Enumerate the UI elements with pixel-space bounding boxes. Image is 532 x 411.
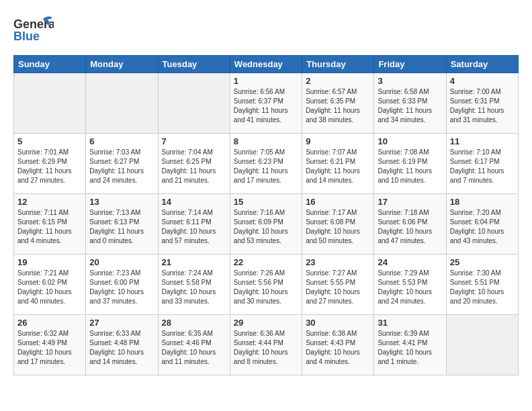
cell-info: Sunrise: 6:57 AM Sunset: 6:35 PM Dayligh…	[306, 87, 370, 125]
day-number: 15	[234, 197, 298, 207]
page-header: General Blue	[13, 13, 519, 50]
day-number: 28	[162, 318, 226, 328]
day-number: 18	[450, 197, 515, 207]
cell-info: Sunrise: 7:24 AM Sunset: 5:58 PM Dayligh…	[162, 269, 226, 306]
calendar-cell: 12Sunrise: 7:11 AM Sunset: 6:15 PM Dayli…	[14, 194, 86, 255]
day-number: 1	[234, 76, 298, 86]
day-number: 8	[234, 136, 298, 146]
cell-info: Sunrise: 7:23 AM Sunset: 6:00 PM Dayligh…	[89, 269, 154, 306]
day-number: 7	[162, 136, 226, 146]
day-number: 24	[378, 257, 442, 267]
weekday-header-thursday: Thursday	[302, 56, 374, 73]
cell-info: Sunrise: 7:30 AM Sunset: 5:51 PM Dayligh…	[450, 269, 515, 306]
calendar-cell: 2Sunrise: 6:57 AM Sunset: 6:35 PM Daylig…	[302, 73, 374, 134]
cell-info: Sunrise: 6:39 AM Sunset: 4:41 PM Dayligh…	[378, 329, 442, 367]
day-number: 9	[306, 136, 370, 146]
day-number: 12	[17, 197, 82, 207]
calendar-cell: 18Sunrise: 7:20 AM Sunset: 6:04 PM Dayli…	[446, 194, 518, 255]
day-number: 6	[89, 136, 154, 146]
calendar-cell: 19Sunrise: 7:21 AM Sunset: 6:02 PM Dayli…	[14, 255, 86, 315]
calendar-cell: 20Sunrise: 7:23 AM Sunset: 6:00 PM Dayli…	[86, 255, 158, 315]
calendar-cell	[158, 73, 230, 134]
cell-info: Sunrise: 6:33 AM Sunset: 4:48 PM Dayligh…	[89, 329, 154, 367]
cell-info: Sunrise: 7:10 AM Sunset: 6:17 PM Dayligh…	[450, 148, 515, 185]
cell-info: Sunrise: 7:01 AM Sunset: 6:29 PM Dayligh…	[17, 148, 82, 185]
calendar-cell: 26Sunrise: 6:32 AM Sunset: 4:49 PM Dayli…	[14, 315, 86, 375]
calendar-cell: 1Sunrise: 6:56 AM Sunset: 6:37 PM Daylig…	[230, 73, 302, 134]
calendar-cell: 6Sunrise: 7:03 AM Sunset: 6:27 PM Daylig…	[86, 134, 158, 194]
cell-info: Sunrise: 7:07 AM Sunset: 6:21 PM Dayligh…	[306, 148, 370, 185]
cell-info: Sunrise: 7:20 AM Sunset: 6:04 PM Dayligh…	[450, 208, 515, 246]
cell-info: Sunrise: 7:05 AM Sunset: 6:23 PM Dayligh…	[234, 148, 298, 185]
cell-info: Sunrise: 7:04 AM Sunset: 6:25 PM Dayligh…	[162, 148, 226, 185]
calendar-cell: 8Sunrise: 7:05 AM Sunset: 6:23 PM Daylig…	[230, 134, 302, 194]
day-number: 19	[17, 257, 82, 267]
calendar-cell: 25Sunrise: 7:30 AM Sunset: 5:51 PM Dayli…	[446, 255, 518, 315]
calendar-cell: 23Sunrise: 7:27 AM Sunset: 5:55 PM Dayli…	[302, 255, 374, 315]
calendar-cell: 17Sunrise: 7:18 AM Sunset: 6:06 PM Dayli…	[374, 194, 446, 255]
calendar-cell: 21Sunrise: 7:24 AM Sunset: 5:58 PM Dayli…	[158, 255, 230, 315]
day-number: 16	[306, 197, 370, 207]
calendar-cell: 4Sunrise: 7:00 AM Sunset: 6:31 PM Daylig…	[446, 73, 518, 134]
calendar-cell: 13Sunrise: 7:13 AM Sunset: 6:13 PM Dayli…	[86, 194, 158, 255]
cell-info: Sunrise: 7:29 AM Sunset: 5:53 PM Dayligh…	[378, 269, 442, 306]
weekday-header-sunday: Sunday	[14, 56, 86, 73]
cell-info: Sunrise: 7:08 AM Sunset: 6:19 PM Dayligh…	[378, 148, 442, 185]
cell-info: Sunrise: 6:35 AM Sunset: 4:46 PM Dayligh…	[162, 329, 226, 367]
cell-info: Sunrise: 7:00 AM Sunset: 6:31 PM Dayligh…	[450, 87, 515, 125]
day-number: 20	[89, 257, 154, 267]
weekday-header-friday: Friday	[374, 56, 446, 73]
cell-info: Sunrise: 7:18 AM Sunset: 6:06 PM Dayligh…	[378, 208, 442, 246]
calendar-cell: 14Sunrise: 7:14 AM Sunset: 6:11 PM Dayli…	[158, 194, 230, 255]
calendar-cell: 27Sunrise: 6:33 AM Sunset: 4:48 PM Dayli…	[86, 315, 158, 375]
weekday-header-tuesday: Tuesday	[158, 56, 230, 73]
calendar-cell: 10Sunrise: 7:08 AM Sunset: 6:19 PM Dayli…	[374, 134, 446, 194]
weekday-header-wednesday: Wednesday	[230, 56, 302, 73]
day-number: 10	[378, 136, 442, 146]
cell-info: Sunrise: 6:58 AM Sunset: 6:33 PM Dayligh…	[378, 87, 442, 125]
day-number: 5	[17, 136, 82, 146]
cell-info: Sunrise: 7:17 AM Sunset: 6:08 PM Dayligh…	[306, 208, 370, 246]
day-number: 3	[378, 76, 442, 86]
calendar-cell: 5Sunrise: 7:01 AM Sunset: 6:29 PM Daylig…	[14, 134, 86, 194]
calendar-cell: 16Sunrise: 7:17 AM Sunset: 6:08 PM Dayli…	[302, 194, 374, 255]
cell-info: Sunrise: 7:21 AM Sunset: 6:02 PM Dayligh…	[17, 269, 82, 306]
logo-icon: General Blue	[13, 13, 54, 50]
day-number: 29	[234, 318, 298, 328]
calendar-cell: 28Sunrise: 6:35 AM Sunset: 4:46 PM Dayli…	[158, 315, 230, 375]
calendar-cell: 22Sunrise: 7:26 AM Sunset: 5:56 PM Dayli…	[230, 255, 302, 315]
day-number: 4	[450, 76, 515, 86]
day-number: 13	[89, 197, 154, 207]
cell-info: Sunrise: 7:26 AM Sunset: 5:56 PM Dayligh…	[234, 269, 298, 306]
day-number: 26	[17, 318, 82, 328]
logo: General Blue	[13, 13, 54, 50]
day-number: 21	[162, 257, 226, 267]
calendar-cell: 24Sunrise: 7:29 AM Sunset: 5:53 PM Dayli…	[374, 255, 446, 315]
cell-info: Sunrise: 6:32 AM Sunset: 4:49 PM Dayligh…	[17, 329, 82, 367]
day-number: 31	[378, 318, 442, 328]
day-number: 23	[306, 257, 370, 267]
cell-info: Sunrise: 7:13 AM Sunset: 6:13 PM Dayligh…	[89, 208, 154, 246]
svg-text:Blue: Blue	[13, 30, 40, 43]
day-number: 22	[234, 257, 298, 267]
calendar-cell: 7Sunrise: 7:04 AM Sunset: 6:25 PM Daylig…	[158, 134, 230, 194]
calendar-cell: 3Sunrise: 6:58 AM Sunset: 6:33 PM Daylig…	[374, 73, 446, 134]
day-number: 30	[306, 318, 370, 328]
day-number: 27	[89, 318, 154, 328]
cell-info: Sunrise: 7:14 AM Sunset: 6:11 PM Dayligh…	[162, 208, 226, 246]
cell-info: Sunrise: 7:16 AM Sunset: 6:09 PM Dayligh…	[234, 208, 298, 246]
day-number: 11	[450, 136, 515, 146]
cell-info: Sunrise: 6:56 AM Sunset: 6:37 PM Dayligh…	[234, 87, 298, 125]
calendar-cell	[446, 315, 518, 375]
cell-info: Sunrise: 6:36 AM Sunset: 4:44 PM Dayligh…	[234, 329, 298, 367]
calendar-cell: 30Sunrise: 6:38 AM Sunset: 4:43 PM Dayli…	[302, 315, 374, 375]
cell-info: Sunrise: 7:11 AM Sunset: 6:15 PM Dayligh…	[17, 208, 82, 246]
calendar-cell: 9Sunrise: 7:07 AM Sunset: 6:21 PM Daylig…	[302, 134, 374, 194]
day-number: 14	[162, 197, 226, 207]
calendar-cell: 31Sunrise: 6:39 AM Sunset: 4:41 PM Dayli…	[374, 315, 446, 375]
weekday-header-saturday: Saturday	[446, 56, 518, 73]
weekday-header-monday: Monday	[86, 56, 158, 73]
calendar-cell	[86, 73, 158, 134]
calendar-cell	[14, 73, 86, 134]
day-number: 25	[450, 257, 515, 267]
